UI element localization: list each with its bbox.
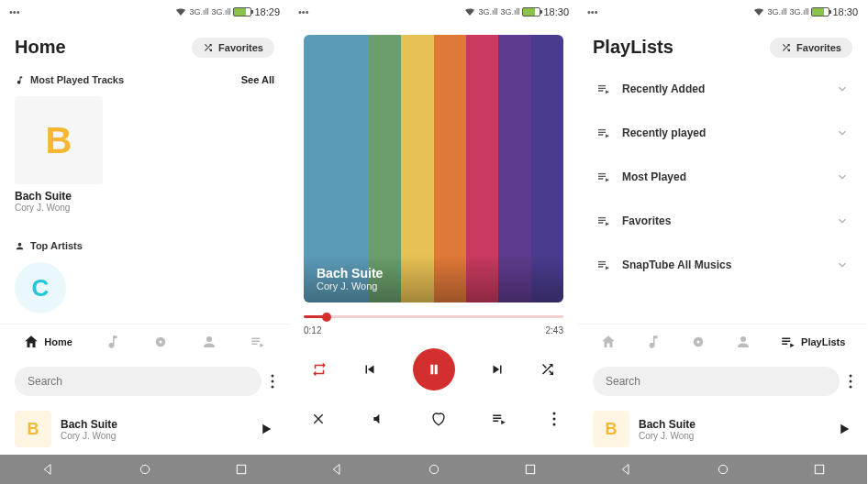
shuffle-icon xyxy=(203,42,214,53)
now-playing-bar[interactable]: B Bach Suite Cory J. Wong xyxy=(0,403,289,455)
system-nav-bar xyxy=(0,455,289,484)
playlist-name: Favorites xyxy=(622,214,671,227)
player-artist: Cory J. Wong xyxy=(317,280,551,292)
status-menu-icon: ••• xyxy=(298,6,309,17)
np-artist: Cory J. Wong xyxy=(61,431,249,441)
system-nav-bar xyxy=(289,455,578,484)
svg-point-17 xyxy=(718,465,727,473)
queue-icon xyxy=(596,214,611,228)
search-input[interactable] xyxy=(593,367,840,396)
svg-rect-18 xyxy=(815,465,823,473)
volume-icon[interactable] xyxy=(371,412,385,426)
tab-playlists[interactable]: PlayLists xyxy=(780,334,845,350)
playlist-item[interactable]: Recently played xyxy=(578,111,867,155)
playlist-item[interactable]: SnapTube All Musics xyxy=(578,243,867,287)
np-thumbnail: B xyxy=(15,411,51,447)
play-icon[interactable] xyxy=(836,421,852,437)
player-screen: ••• 3G.ıll 3G.ıll 18:30 Bach Suite Cory … xyxy=(289,0,578,484)
track-thumbnail: B xyxy=(15,96,103,184)
svg-point-10 xyxy=(429,465,438,473)
playlists-screen: ••• 3G.ıll 3G.ıll 18:30 PlayLists Favori… xyxy=(578,0,867,484)
back-icon[interactable] xyxy=(41,462,56,477)
home-icon xyxy=(23,334,39,350)
playlist-name: Recently played xyxy=(622,126,706,139)
repeat-icon[interactable] xyxy=(311,361,328,378)
status-bar: ••• 3G.ıll 3G.ıll 18:29 xyxy=(0,0,289,24)
recent-icon[interactable] xyxy=(812,462,827,477)
recent-icon[interactable] xyxy=(523,462,538,477)
shuffle-icon[interactable] xyxy=(540,361,556,378)
tab-home[interactable] xyxy=(600,334,617,350)
tab-bar: PlayLists xyxy=(578,324,867,359)
system-nav-bar xyxy=(578,455,867,484)
prev-icon[interactable] xyxy=(362,361,378,378)
queue-icon[interactable] xyxy=(491,411,507,427)
tab-home[interactable]: Home xyxy=(23,334,72,350)
playlist-item[interactable]: Favorites xyxy=(578,199,867,243)
wifi-icon xyxy=(464,7,475,16)
clock: 18:30 xyxy=(543,6,569,17)
search-input[interactable] xyxy=(15,367,262,396)
favorites-button[interactable]: Favorites xyxy=(770,38,852,58)
now-playing-bar[interactable]: B Bach Suite Cory J. Wong xyxy=(578,403,867,455)
time-elapsed: 0:12 xyxy=(304,325,321,336)
play-icon[interactable] xyxy=(258,421,274,437)
home-screen: ••• 3G.ıll 3G.ıll 18:29 Home Favorites M… xyxy=(0,0,289,484)
next-icon[interactable] xyxy=(489,361,506,378)
track-card[interactable]: B Bach Suite Cory J. Wong xyxy=(15,96,103,213)
np-title: Bach Suite xyxy=(639,418,827,431)
album-art: Bach Suite Cory J. Wong xyxy=(304,35,563,302)
see-all-link[interactable]: See All xyxy=(241,74,274,85)
svg-point-3 xyxy=(272,380,274,383)
more-icon[interactable] xyxy=(271,374,274,389)
svg-point-5 xyxy=(140,465,149,473)
queue-icon xyxy=(596,82,611,96)
chevron-down-icon xyxy=(836,82,849,95)
more-icon[interactable] xyxy=(849,374,852,389)
playlist-item[interactable]: Most Played xyxy=(578,155,867,199)
home-nav-icon[interactable] xyxy=(427,462,441,477)
svg-rect-6 xyxy=(237,465,245,473)
page-title: PlayLists xyxy=(593,37,673,58)
signal-icon: 3G.ıll xyxy=(478,7,497,16)
tab-artists[interactable] xyxy=(201,334,217,350)
chevron-down-icon xyxy=(836,126,849,139)
tab-music[interactable] xyxy=(645,334,662,350)
back-icon[interactable] xyxy=(619,462,634,477)
progress-bar[interactable] xyxy=(304,315,563,318)
pause-button[interactable] xyxy=(413,348,455,390)
battery-icon xyxy=(811,7,829,16)
np-title: Bach Suite xyxy=(61,418,249,431)
chevron-down-icon xyxy=(836,214,849,227)
tab-playlists[interactable] xyxy=(250,334,266,350)
back-icon[interactable] xyxy=(330,462,345,477)
wifi-icon xyxy=(753,7,764,16)
svg-point-16 xyxy=(850,386,852,389)
svg-point-8 xyxy=(553,418,556,421)
tab-music[interactable] xyxy=(105,334,121,350)
home-nav-icon[interactable] xyxy=(716,462,730,477)
more-icon[interactable] xyxy=(552,412,556,426)
tab-albums[interactable] xyxy=(152,334,169,350)
np-thumbnail: B xyxy=(593,411,629,447)
playlist-item[interactable]: Recently Added xyxy=(578,67,867,111)
status-menu-icon: ••• xyxy=(9,6,20,17)
clock: 18:29 xyxy=(254,6,280,17)
np-artist: Cory J. Wong xyxy=(639,431,827,441)
favorites-button[interactable]: Favorites xyxy=(192,38,274,58)
signal-icon: 3G.ıll xyxy=(767,7,786,16)
recent-icon[interactable] xyxy=(234,462,249,477)
status-bar: ••• 3G.ıll 3G.ıll 18:30 xyxy=(289,0,578,24)
close-icon[interactable] xyxy=(311,412,326,426)
tab-artists[interactable] xyxy=(735,334,751,350)
status-bar: ••• 3G.ıll 3G.ıll 18:30 xyxy=(578,0,867,24)
heart-icon[interactable] xyxy=(430,411,447,427)
artist-avatar[interactable]: C xyxy=(15,262,66,314)
tab-albums[interactable] xyxy=(690,334,707,350)
svg-point-9 xyxy=(553,424,556,426)
home-nav-icon[interactable] xyxy=(138,462,152,477)
track-title: Bach Suite xyxy=(15,190,103,203)
svg-point-2 xyxy=(272,375,274,378)
svg-rect-11 xyxy=(526,465,534,473)
playlist-name: Recently Added xyxy=(622,82,705,95)
